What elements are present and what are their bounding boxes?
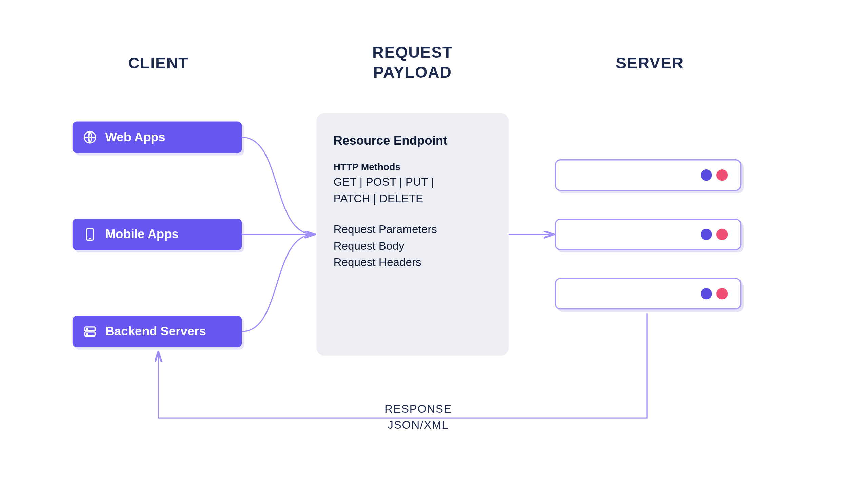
status-dot-red <box>716 229 728 240</box>
status-dot-blue <box>701 288 712 299</box>
server-node-2 <box>555 219 742 250</box>
payload-params: Request Parameters <box>333 221 491 238</box>
status-dot-red <box>716 169 728 181</box>
mobile-icon <box>83 227 97 242</box>
request-heading-line2: PAYLOAD <box>373 63 452 81</box>
status-dot-red <box>716 288 728 299</box>
response-line1: RESPONSE <box>384 403 452 415</box>
payload-title: Resource Endpoint <box>333 133 491 148</box>
request-heading: REQUEST PAYLOAD <box>333 42 491 82</box>
client-mobile-apps: Mobile Apps <box>73 219 242 250</box>
request-payload-box: Resource Endpoint HTTP Methods GET | POS… <box>316 113 508 355</box>
client-mobile-label: Mobile Apps <box>105 227 179 242</box>
payload-headers: Request Headers <box>333 254 491 270</box>
status-dot-blue <box>701 229 712 240</box>
svg-point-7 <box>86 333 87 334</box>
globe-icon <box>83 130 97 144</box>
request-heading-line1: REQUEST <box>372 44 453 61</box>
client-web-apps: Web Apps <box>73 121 242 153</box>
server-node-1 <box>555 159 742 191</box>
server-heading: SERVER <box>571 54 729 72</box>
response-line2: JSON/XML <box>388 419 449 431</box>
server-icon <box>83 324 97 339</box>
svg-point-6 <box>86 328 87 329</box>
status-dot-blue <box>701 169 712 181</box>
diagram-stage: CLIENT REQUEST PAYLOAD SERVER Web Apps M… <box>0 0 868 488</box>
response-label: RESPONSE JSON/XML <box>362 401 475 432</box>
payload-http-methods: GET | POST | PUT | PATCH | DELETE <box>333 174 463 207</box>
client-backend-label: Backend Servers <box>105 324 206 339</box>
client-backend-servers: Backend Servers <box>73 316 242 347</box>
server-node-3 <box>555 278 742 309</box>
payload-http-label: HTTP Methods <box>333 162 491 173</box>
client-heading: CLIENT <box>79 54 237 72</box>
payload-body: Request Body <box>333 238 491 254</box>
client-web-label: Web Apps <box>105 130 165 144</box>
